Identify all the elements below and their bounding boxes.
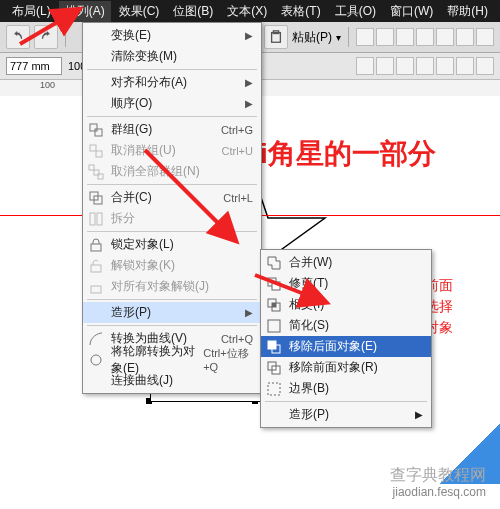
- align-btn[interactable]: [356, 28, 374, 46]
- combine-icon: [88, 190, 104, 206]
- submenu-boundary[interactable]: 边界(B): [261, 378, 431, 399]
- ruler-tick: 100: [40, 80, 55, 90]
- remove-back-icon: [266, 339, 282, 355]
- menu-separator: [87, 69, 257, 70]
- align-btn[interactable]: [476, 28, 494, 46]
- align-btn[interactable]: [376, 28, 394, 46]
- menu-unlock-all: 对所有对象解锁(J): [83, 276, 261, 297]
- menu-group[interactable]: 群组(G)Ctrl+G: [83, 119, 261, 140]
- svg-rect-5: [90, 124, 97, 131]
- menu-window[interactable]: 窗口(W): [384, 1, 439, 22]
- shape-btn[interactable]: [356, 57, 374, 75]
- paste-label: 粘贴(P): [292, 29, 332, 46]
- svg-rect-18: [91, 286, 101, 293]
- menu-separator: [87, 325, 257, 326]
- svg-rect-8: [96, 151, 102, 157]
- svg-point-19: [91, 355, 101, 365]
- menu-shaping[interactable]: 造形(P)▶: [83, 302, 261, 323]
- unlock-all-icon: [88, 279, 104, 295]
- shape-btn[interactable]: [436, 57, 454, 75]
- watermark-title: 查字典教程网: [390, 465, 486, 486]
- svg-rect-30: [268, 383, 280, 395]
- watermark: 查字典教程网 jiaodian.fesq.com: [390, 465, 486, 501]
- submenu-shaping-docker[interactable]: 造形(P)▶: [261, 404, 431, 425]
- menu-table[interactable]: 表格(T): [275, 1, 326, 22]
- menu-tools[interactable]: 工具(O): [329, 1, 382, 22]
- to-curve-icon: [88, 331, 104, 347]
- watermark-url: jiaodian.fesq.com: [390, 485, 486, 501]
- menu-unlock: 解锁对象(K): [83, 255, 261, 276]
- menu-align-distribute[interactable]: 对齐和分布(A)▶: [83, 72, 261, 93]
- shaping-buttons: [356, 57, 494, 75]
- shape-btn[interactable]: [396, 57, 414, 75]
- lock-icon: [88, 237, 104, 253]
- outline-to-object-icon: [88, 352, 104, 368]
- unlock-icon: [88, 258, 104, 274]
- svg-rect-9: [89, 165, 94, 170]
- svg-rect-6: [95, 129, 102, 136]
- annotation-arrow-icon: [140, 145, 250, 255]
- ungroup-all-icon: [88, 164, 104, 180]
- menu-help[interactable]: 帮助(H): [441, 1, 494, 22]
- shape-btn[interactable]: [416, 57, 434, 75]
- svg-rect-7: [90, 145, 96, 151]
- annotation-title: i角星的一部分: [260, 135, 436, 173]
- menu-separator: [265, 401, 427, 402]
- paste-button[interactable]: [264, 25, 288, 49]
- svg-rect-17: [91, 265, 101, 272]
- group-icon: [88, 122, 104, 138]
- menu-effects[interactable]: 效果(C): [113, 1, 166, 22]
- shape-btn[interactable]: [456, 57, 474, 75]
- svg-line-2: [20, 10, 78, 44]
- shape-btn[interactable]: [476, 57, 494, 75]
- menu-text[interactable]: 文本(X): [221, 1, 273, 22]
- svg-line-4: [255, 275, 325, 302]
- separator: [348, 27, 349, 47]
- svg-rect-16: [91, 244, 101, 251]
- menu-transform[interactable]: 变换(E)▶: [83, 25, 261, 46]
- shape-btn[interactable]: [376, 57, 394, 75]
- menu-separator: [87, 299, 257, 300]
- submenu-remove-back[interactable]: 移除后面对象(E): [261, 336, 431, 357]
- align-buttons: [356, 28, 494, 46]
- annotation-arrow-icon: [18, 6, 88, 46]
- menu-join-curves[interactable]: 连接曲线(J): [83, 370, 261, 391]
- menu-separator: [87, 116, 257, 117]
- svg-rect-15: [97, 213, 102, 225]
- ungroup-icon: [88, 143, 104, 159]
- menu-clear-transform[interactable]: 清除变换(M): [83, 46, 261, 67]
- svg-line-3: [145, 150, 235, 240]
- annotation-arrow-icon: [250, 270, 335, 310]
- menu-bitmap[interactable]: 位图(B): [167, 1, 219, 22]
- svg-rect-25: [268, 320, 280, 332]
- align-btn[interactable]: [456, 28, 474, 46]
- align-btn[interactable]: [416, 28, 434, 46]
- simplify-icon: [266, 318, 282, 334]
- submenu-simplify[interactable]: 简化(S): [261, 315, 431, 336]
- break-icon: [88, 211, 104, 227]
- boundary-icon: [266, 381, 282, 397]
- svg-rect-14: [90, 213, 95, 225]
- menu-order[interactable]: 顺序(O)▶: [83, 93, 261, 114]
- menu-outline-to-object[interactable]: 将轮廓转换为对象(E)Ctrl+位移+Q: [83, 349, 261, 370]
- remove-front-icon: [266, 360, 282, 376]
- align-btn[interactable]: [436, 28, 454, 46]
- weld-icon: [266, 255, 282, 271]
- align-btn[interactable]: [396, 28, 414, 46]
- submenu-remove-front[interactable]: 移除前面对象(R): [261, 357, 431, 378]
- page-size-field[interactable]: 777 mm: [6, 57, 62, 75]
